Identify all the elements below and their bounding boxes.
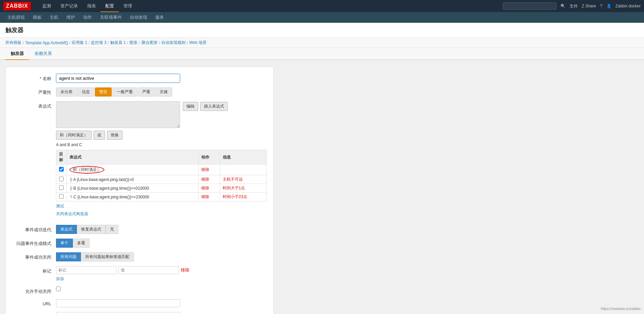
- sev-unclassified[interactable]: 未分类: [56, 87, 77, 97]
- row0-remove[interactable]: 移除: [201, 167, 209, 172]
- tab-trigger[interactable]: 触发器: [5, 48, 29, 60]
- edit-button[interactable]: 编辑: [183, 102, 198, 111]
- row0-checkbox[interactable]: [59, 167, 64, 172]
- nav-corr-events[interactable]: 关联项事件: [96, 12, 126, 23]
- expression-row: 表达式 编辑 插入表达式 和（同时满足） 或 替换 A and B and C: [12, 101, 267, 220]
- allow-manual-close-checkbox[interactable]: [56, 287, 61, 291]
- expression-textarea[interactable]: [56, 101, 180, 128]
- name-field-wrapper: [56, 74, 267, 83]
- row3-info: 时间小于23点: [220, 193, 266, 201]
- insert-expr-button[interactable]: 插入表达式: [200, 102, 228, 111]
- row0-expr-text: 和（同时满足）: [69, 166, 104, 174]
- problem-single[interactable]: 单个: [56, 239, 73, 248]
- close-all-problems[interactable]: 所有问题: [56, 252, 81, 261]
- breadcrumb-trigger[interactable]: 触发器 1: [110, 40, 126, 46]
- allow-manual-close-wrapper: [56, 287, 267, 292]
- desc-textarea[interactable]: [56, 312, 180, 314]
- gen-tab-expr[interactable]: 表达式: [56, 225, 77, 234]
- col-action: 动作: [199, 150, 220, 165]
- table-row: 和（同时满足） 移除: [56, 165, 267, 175]
- breadcrumb-agg-graph[interactable]: 聚合图形: [142, 40, 158, 46]
- row2-remove[interactable]: 移除: [201, 186, 209, 190]
- nav-templates[interactable]: 模板: [29, 12, 46, 23]
- row3-checkbox[interactable]: [59, 194, 64, 199]
- breadcrumb-discovery-rule[interactable]: 自动发现规则: [161, 40, 185, 46]
- row1-expr-text: ├ A {Linux-base:agent.ping.last()}=0: [69, 177, 134, 182]
- row1-info: 主机不可达: [220, 175, 266, 184]
- page-header: 触发器: [0, 23, 644, 38]
- add-tag-link[interactable]: 添加: [56, 276, 64, 281]
- sev-high[interactable]: 严重: [138, 87, 155, 97]
- gen-tab-none[interactable]: 无: [106, 225, 118, 234]
- nav-actions[interactable]: 动作: [79, 12, 96, 23]
- test-link-row: 测试: [56, 203, 267, 209]
- sev-average[interactable]: 一般严重: [112, 87, 137, 97]
- logic-and[interactable]: 和（同时满足）: [56, 131, 92, 140]
- breadcrumb-graph[interactable]: 图形: [129, 40, 138, 46]
- nav-hostgroups[interactable]: 主机群组: [3, 12, 29, 23]
- help-icon[interactable]: ?: [600, 4, 602, 8]
- tag-input[interactable]: [56, 266, 116, 274]
- gen-tab-restore[interactable]: 恢复表达式: [77, 225, 106, 234]
- nav-assets[interactable]: 资产记录: [56, 0, 83, 12]
- problem-event-gen-row: 问题事件生成模式 单个 多重: [12, 239, 267, 248]
- url-input[interactable]: [56, 299, 180, 307]
- tag-remove-link[interactable]: 移除: [181, 267, 190, 273]
- nav-maintenance[interactable]: 维护: [62, 12, 79, 23]
- nav-hosts[interactable]: 主机: [46, 12, 62, 23]
- user-icon[interactable]: 👤: [606, 4, 611, 8]
- row1-checkbox[interactable]: [59, 177, 64, 181]
- top-nav-links: 监测 资产记录 报表 配置 管理: [38, 0, 137, 12]
- problem-multiple[interactable]: 多重: [73, 239, 90, 248]
- share-link[interactable]: Z Share: [582, 4, 596, 8]
- nav-admin[interactable]: 管理: [119, 0, 137, 12]
- logic-text: A and B and C: [56, 142, 267, 147]
- desc-label: 描述: [12, 312, 56, 314]
- form-tabs: 触发器 依赖关系: [0, 48, 644, 60]
- logic-or[interactable]: 或: [94, 131, 105, 140]
- nav-discovery[interactable]: 自动发现: [126, 12, 151, 23]
- test-link[interactable]: 测试: [56, 204, 64, 208]
- name-input[interactable]: [56, 74, 180, 83]
- event-success-close-row: 事件成功关闭 所有问题 所有问题如果标签值匹配: [12, 252, 267, 261]
- close-tag-match[interactable]: 所有问题如果标签值匹配: [81, 252, 134, 261]
- col-target: 目标: [56, 150, 67, 165]
- table-row: ├ B {Linux-base:agent.ping.time()}>=0100…: [56, 184, 267, 193]
- sev-info[interactable]: 信息: [77, 87, 94, 97]
- row0-expr: 和（同时满足）: [67, 165, 199, 175]
- row2-checkbox[interactable]: [59, 185, 64, 190]
- row1-checkbox-cell: [56, 175, 67, 184]
- form-section: 名称 严重性 未分类 信息 警告 一般严重 严重 灾难 表达式: [5, 67, 274, 314]
- row3-remove[interactable]: 移除: [201, 194, 209, 199]
- nav-reports[interactable]: 报表: [83, 0, 101, 12]
- sev-warning[interactable]: 警告: [95, 87, 112, 97]
- breadcrumb-web-scenario[interactable]: Web 场景: [189, 40, 207, 46]
- close-builder-link[interactable]: 关闭表达式构造器: [56, 211, 267, 217]
- row1-remove[interactable]: 移除: [201, 177, 209, 182]
- severity-label: 严重性: [12, 87, 56, 96]
- support-link[interactable]: 支持: [570, 3, 578, 9]
- table-row: └ C {Linux-base:agent.ping.time()}>=2300…: [56, 193, 267, 201]
- page-title: 触发器: [5, 26, 639, 34]
- tag-value-input[interactable]: [118, 266, 179, 274]
- logic-buttons: 和（同时满足） 或 替换: [56, 131, 267, 140]
- breadcrumb-appset[interactable]: 应用集 1: [72, 40, 87, 46]
- table-row: ├ A {Linux-base:agent.ping.last()}=0 移除 …: [56, 175, 267, 184]
- breadcrumb-monitor[interactable]: 监控项 3: [91, 40, 106, 46]
- event-success-gen-label: 事件成功迭代: [12, 225, 56, 233]
- row2-action: 移除: [199, 184, 220, 193]
- row1-expr: ├ A {Linux-base:agent.ping.last()}=0: [67, 175, 199, 184]
- expression-table: 目标 表达式 动作 信息 和（同时满足: [56, 150, 267, 201]
- search-icon[interactable]: 🔍: [560, 4, 566, 8]
- sev-disaster[interactable]: 灾难: [155, 87, 172, 97]
- breadcrumb-all-templates[interactable]: 所有模板: [5, 40, 21, 46]
- nav-monitor[interactable]: 监测: [38, 0, 56, 12]
- row2-info: 时间大于1点: [220, 184, 266, 193]
- nav-services[interactable]: 服务: [151, 12, 168, 23]
- breadcrumb-template-app[interactable]: Template App ActiveMQ: [25, 41, 68, 45]
- search-input[interactable]: [503, 2, 556, 10]
- nav-config[interactable]: 配置: [101, 0, 119, 12]
- tab-dependency[interactable]: 依赖关系: [29, 48, 57, 60]
- row2-checkbox-cell: [56, 184, 67, 193]
- logic-replace[interactable]: 替换: [107, 131, 122, 140]
